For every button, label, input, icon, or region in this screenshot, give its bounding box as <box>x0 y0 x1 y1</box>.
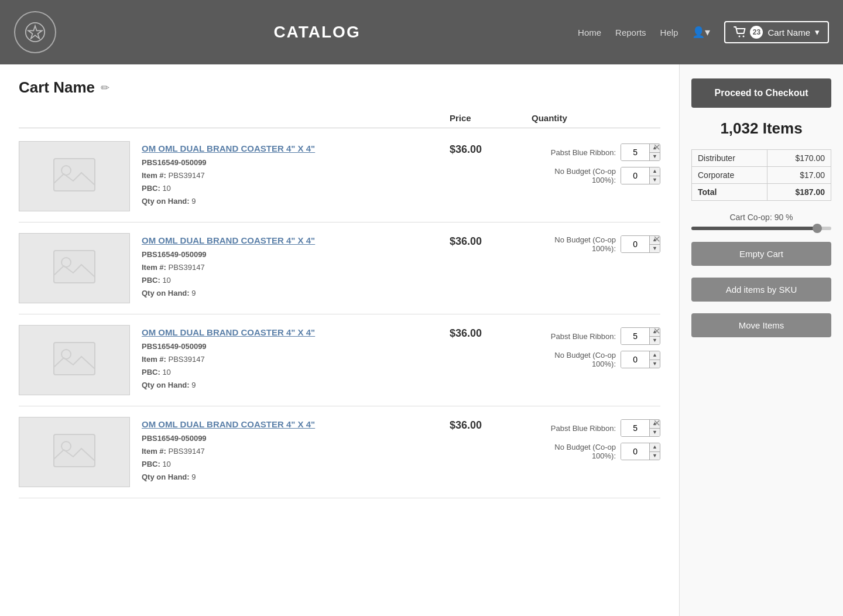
qty-label: No Budget (Co-op 100%): <box>532 351 616 368</box>
summary-label: Total <box>692 184 767 201</box>
qty-label: No Budget (Co-op 100%): <box>532 443 616 460</box>
summary-value: $187.00 <box>767 184 831 201</box>
qty-down-button[interactable]: ▼ <box>650 153 660 161</box>
item-details: OM OML DUAL BRAND COASTER 4" X 4" PBS165… <box>142 233 450 300</box>
cart-icon-wrap: 23 <box>734 26 763 39</box>
coop-label: Cart Co-op: 90 % <box>691 213 831 222</box>
qty-row: No Budget (Co-op 100%): ▲ ▼ <box>532 235 660 253</box>
checkout-button[interactable]: Proceed to Checkout <box>691 78 831 108</box>
coop-fill <box>691 227 817 230</box>
coop-section: Cart Co-op: 90 % <box>691 213 831 230</box>
cart-title: Cart Name <box>19 78 95 97</box>
item-sku: PBS16549-050099 <box>142 158 450 167</box>
item-image <box>19 141 130 211</box>
item-name[interactable]: OM OML DUAL BRAND COASTER 4" X 4" <box>142 419 450 429</box>
item-sku: PBS16549-050099 <box>142 342 450 351</box>
summary-value: $17.00 <box>767 167 831 184</box>
qty-input[interactable] <box>621 443 649 460</box>
qty-label: Pabst Blue Ribbon: <box>532 332 616 341</box>
qty-input[interactable] <box>621 351 649 368</box>
summary-row: Total$187.00 <box>692 184 831 201</box>
item-name[interactable]: OM OML DUAL BRAND COASTER 4" X 4" <box>142 143 450 153</box>
svg-rect-10 <box>54 434 95 467</box>
qty-input[interactable] <box>621 420 649 436</box>
summary-row: Corporate$17.00 <box>692 167 831 184</box>
nav-home[interactable]: Home <box>578 28 601 37</box>
page-title-row: Cart Name ✏ <box>19 78 660 97</box>
coop-progress-bar <box>691 227 831 230</box>
empty-cart-button[interactable]: Empty Cart <box>691 242 831 266</box>
cart-button[interactable]: 23 Cart Name ▾ <box>724 21 829 43</box>
svg-point-2 <box>739 36 741 37</box>
th-name <box>159 113 450 123</box>
item-price: $36.00 <box>450 141 532 156</box>
item-price: $36.00 <box>450 417 532 432</box>
item-meta: Item #: PBS39147 PBC: 10 Qty on Hand: 9 <box>142 169 450 208</box>
qty-down-button[interactable]: ▼ <box>650 245 660 253</box>
summary-value: $170.00 <box>767 150 831 167</box>
remove-item-button[interactable]: × <box>653 233 660 245</box>
summary-row: Distributer$170.00 <box>692 150 831 167</box>
sidebar: Proceed to Checkout 1,032 Items Distribu… <box>679 64 843 616</box>
qty-label: Pabst Blue Ribbon: <box>532 148 616 157</box>
qty-up-button[interactable]: ▲ <box>650 443 660 452</box>
qty-row: No Budget (Co-op 100%): ▲ ▼ <box>532 351 660 368</box>
qty-down-button[interactable]: ▼ <box>650 337 660 345</box>
nav-reports[interactable]: Reports <box>615 28 646 37</box>
qty-input[interactable] <box>621 236 649 252</box>
item-image <box>19 417 130 487</box>
item-meta: Item #: PBS39147 PBC: 10 Qty on Hand: 9 <box>142 353 450 392</box>
qty-row: Pabst Blue Ribbon: ▲ ▼ <box>532 143 660 161</box>
remove-item-button[interactable]: × <box>653 417 660 429</box>
nav-help[interactable]: Help <box>660 28 678 37</box>
item-details: OM OML DUAL BRAND COASTER 4" X 4" PBS165… <box>142 325 450 392</box>
remove-item-button[interactable]: × <box>653 141 660 153</box>
user-icon[interactable]: 👤▾ <box>692 26 710 39</box>
item-image <box>19 325 130 395</box>
svg-rect-8 <box>54 343 95 375</box>
th-price: Price <box>450 113 532 123</box>
qty-label: No Budget (Co-op 100%): <box>532 167 616 184</box>
cart-item: OM OML DUAL BRAND COASTER 4" X 4" PBS165… <box>19 406 660 498</box>
summary-label: Corporate <box>692 167 767 184</box>
item-sku: PBS16549-050099 <box>142 434 450 443</box>
th-spacer <box>19 113 159 123</box>
qty-row: Pabst Blue Ribbon: ▲ ▼ <box>532 327 660 345</box>
qty-down-button[interactable]: ▼ <box>650 452 660 460</box>
remove-item-button[interactable]: × <box>653 325 660 337</box>
qty-input-wrap: ▲ ▼ <box>621 443 660 460</box>
qty-label: Pabst Blue Ribbon: <box>532 424 616 433</box>
item-name[interactable]: OM OML DUAL BRAND COASTER 4" X 4" <box>142 327 450 337</box>
item-details: OM OML DUAL BRAND COASTER 4" X 4" PBS165… <box>142 417 450 484</box>
move-items-button[interactable]: Move Items <box>691 313 831 337</box>
svg-rect-4 <box>54 159 95 191</box>
item-meta: Item #: PBS39147 PBC: 10 Qty on Hand: 9 <box>142 261 450 300</box>
item-qty-section: Pabst Blue Ribbon: ▲ ▼ No Budget (Co-op … <box>532 141 660 184</box>
coop-thumb <box>813 224 822 233</box>
item-price: $36.00 <box>450 325 532 340</box>
edit-title-icon[interactable]: ✏ <box>101 81 109 94</box>
qty-down-button[interactable]: ▼ <box>650 429 660 437</box>
cart-items-container: OM OML DUAL BRAND COASTER 4" X 4" PBS165… <box>19 131 660 498</box>
qty-input[interactable] <box>621 167 649 184</box>
add-items-sku-button[interactable]: Add items by SKU <box>691 278 831 302</box>
items-count: 1,032 Items <box>691 119 831 138</box>
qty-spinners: ▲ ▼ <box>649 351 660 368</box>
svg-rect-6 <box>54 251 95 283</box>
qty-down-button[interactable]: ▼ <box>650 360 660 368</box>
cart-name-label: Cart Name <box>767 28 810 37</box>
item-qty-section: No Budget (Co-op 100%): ▲ ▼ <box>532 233 660 253</box>
logo[interactable] <box>14 11 56 53</box>
item-qty-section: Pabst Blue Ribbon: ▲ ▼ No Budget (Co-op … <box>532 417 660 460</box>
qty-input[interactable] <box>621 328 649 344</box>
item-name[interactable]: OM OML DUAL BRAND COASTER 4" X 4" <box>142 235 450 245</box>
nav: Home Reports Help 👤▾ 23 Cart Name ▾ <box>578 21 829 43</box>
qty-input[interactable] <box>621 144 649 160</box>
cart-item: OM OML DUAL BRAND COASTER 4" X 4" PBS165… <box>19 131 660 223</box>
qty-up-button[interactable]: ▲ <box>650 351 660 360</box>
qty-up-button[interactable]: ▲ <box>650 167 660 176</box>
content-area: Cart Name ✏ Price Quantity OM OML DUAL B… <box>0 64 679 616</box>
th-qty: Quantity <box>532 113 660 123</box>
qty-spinners: ▲ ▼ <box>649 443 660 460</box>
qty-down-button[interactable]: ▼ <box>650 176 660 184</box>
